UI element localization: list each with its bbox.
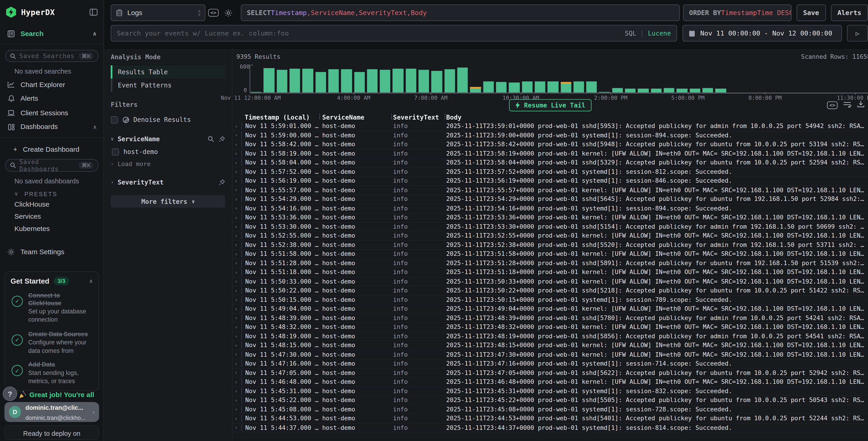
column-resize-handle[interactable]: ⋮ [389, 113, 395, 120]
filter-group-severitytext[interactable]: › SeverityText [111, 176, 225, 188]
table-row[interactable]: ›Nov 11 5:51:18.000 PMhost-demoinfo2025-… [232, 268, 868, 277]
sidebar-collapse-icon[interactable] [89, 8, 98, 17]
table-row[interactable]: ›Nov 11 5:51:28.000 PMhost-demoinfo2025-… [232, 259, 868, 268]
row-expand-icon[interactable]: › [232, 133, 241, 138]
histogram-bar[interactable] [328, 65, 339, 92]
table-row[interactable]: ›Nov 11 5:58:42.000 PMhost-demoinfo2025-… [232, 140, 868, 149]
histogram-bar[interactable] [780, 65, 790, 92]
histogram-bar[interactable] [806, 65, 816, 92]
histogram-bar[interactable] [393, 65, 403, 92]
table-code-icon[interactable]: <> [827, 99, 837, 109]
sql-option[interactable]: SQL [625, 29, 637, 37]
load-more-button[interactable]: › Load more [111, 158, 225, 170]
histogram-bar[interactable] [380, 65, 391, 92]
table-row[interactable]: ›Nov 11 5:47:30.000 PMhost-demoinfo2025-… [232, 350, 868, 359]
table-row[interactable]: ›Nov 11 5:58:04.000 PMhost-demoinfo2025-… [232, 158, 868, 168]
row-expand-icon[interactable]: › [232, 215, 241, 220]
table-row[interactable]: ›Nov 11 5:46:48.000 PMhost-demoinfo2025-… [232, 378, 868, 387]
table-row[interactable]: ›Nov 11 5:53:36.000 PMhost-demoinfo2025-… [232, 213, 868, 222]
table-row[interactable]: ›Nov 11 5:45:31.000 PMhost-demoinfo2025-… [232, 387, 868, 396]
preset-clickhouse[interactable]: ClickHouse [0, 198, 103, 210]
histogram-bar[interactable] [483, 65, 494, 92]
table-row[interactable]: ›Nov 11 5:44:37.000 PMhost-demoinfo2025-… [232, 423, 868, 433]
sidebar-item-client-sessions[interactable]: Client Sessions [0, 106, 103, 120]
table-row[interactable]: ›Nov 11 5:49:04.000 PMhost-demoinfo2025-… [232, 304, 868, 314]
mode-results-table[interactable]: Results Table [111, 65, 225, 79]
histogram-bar[interactable] [651, 65, 661, 92]
histogram-bar[interactable] [793, 65, 804, 92]
get-started-step-add-data[interactable]: ✓ Add Data Start sending logs, metrics, … [10, 361, 93, 385]
row-expand-icon[interactable]: › [232, 224, 241, 229]
table-row[interactable]: ›Nov 11 5:59:01.000 PMhost-demoinfo2025-… [232, 122, 868, 131]
table-row[interactable]: ›Nov 11 5:56:19.000 PMhost-demoinfo2025-… [232, 177, 868, 186]
sidebar-item-search[interactable]: Search ∧ [0, 27, 103, 41]
denoise-results-checkbox-row[interactable]: Denoise Results [111, 113, 225, 126]
checkbox[interactable] [112, 148, 119, 155]
histogram-bar[interactable] [715, 65, 726, 92]
histogram-bar[interactable] [677, 65, 687, 92]
histogram-bar[interactable] [689, 65, 700, 92]
row-expand-icon[interactable]: › [232, 416, 241, 421]
histogram-bar[interactable] [638, 65, 649, 92]
filter-group-servicename[interactable]: ∨ ServiceName [111, 133, 225, 145]
column-resize-handle[interactable]: ⋮ [442, 113, 448, 120]
row-expand-icon[interactable]: › [232, 251, 241, 257]
histogram-bar[interactable] [522, 65, 532, 92]
histogram-bar[interactable] [509, 65, 520, 92]
row-expand-icon[interactable]: › [232, 352, 241, 357]
table-row[interactable]: ›Nov 11 5:50:22.000 PMhost-demoinfo2025-… [232, 286, 868, 295]
download-icon[interactable] [857, 100, 865, 108]
row-expand-icon[interactable]: › [232, 370, 241, 376]
table-row[interactable]: ›Nov 11 5:51:58.000 PMhost-demoinfo2025-… [232, 249, 868, 259]
table-row[interactable]: ›Nov 11 5:59:00.000 PMhost-demoinfo2025-… [232, 131, 868, 140]
create-dashboard-button[interactable]: + Create Dashboard [0, 141, 103, 157]
save-button[interactable]: Save [797, 4, 826, 21]
histogram-bar[interactable] [341, 65, 352, 92]
table-row[interactable]: ›Nov 11 5:58:19.000 PMhost-demoinfo2025-… [232, 149, 868, 158]
histogram-bar[interactable] [844, 65, 855, 92]
histogram-bar[interactable] [574, 65, 584, 92]
row-expand-icon[interactable]: › [232, 151, 241, 156]
col-severitytext[interactable]: SeverityText [393, 113, 446, 121]
code-mode-icon[interactable]: <> [208, 9, 219, 17]
table-row[interactable]: ›Nov 11 5:48:39.000 PMhost-demoinfo2025-… [232, 314, 868, 323]
resume-live-tail-button[interactable]: Resume Live Tail [509, 99, 592, 111]
histogram-bar[interactable] [767, 65, 778, 92]
sidebar-item-alerts[interactable]: Alerts [0, 92, 103, 106]
histogram-bar[interactable] [264, 65, 274, 92]
histogram-bar[interactable] [625, 65, 636, 92]
order-by-input[interactable]: ORDER BY TimestampTime DESC [683, 4, 791, 21]
histogram-bar[interactable] [612, 65, 623, 92]
histogram-bar[interactable] [470, 65, 481, 92]
histogram-bar[interactable] [289, 65, 300, 92]
histogram-bar[interactable] [444, 65, 455, 92]
histogram-bar[interactable] [535, 65, 545, 92]
table-row[interactable]: ›Nov 11 5:50:15.000 PMhost-demoinfo2025-… [232, 295, 868, 304]
histogram-bar[interactable] [832, 65, 842, 92]
table-row[interactable]: ›Nov 11 5:47:16.000 PMhost-demoinfo2025-… [232, 359, 868, 369]
row-expand-icon[interactable]: › [232, 169, 241, 175]
histogram-bar[interactable] [857, 65, 868, 92]
table-row[interactable]: ›Nov 11 5:52:38.000 PMhost-demoinfo2025-… [232, 240, 868, 249]
row-expand-icon[interactable]: › [232, 206, 241, 211]
checkbox[interactable] [111, 116, 118, 123]
row-expand-icon[interactable]: › [232, 297, 241, 302]
select-columns-input[interactable]: SELECT Timestamp,ServiceName,SeverityTex… [241, 4, 680, 21]
pin-icon[interactable] [219, 136, 225, 142]
col-timestamp[interactable]: Timestamp (Local) [241, 113, 322, 121]
pin-icon[interactable] [219, 179, 225, 185]
histogram-bar[interactable] [251, 65, 261, 92]
row-expand-icon[interactable]: › [232, 260, 241, 266]
row-expand-icon[interactable]: › [232, 361, 241, 366]
wrap-lines-icon[interactable] [843, 100, 851, 108]
histogram-bar[interactable] [354, 65, 365, 92]
row-expand-icon[interactable]: › [232, 306, 241, 312]
filter-value-host-demo[interactable]: host-demo [111, 145, 225, 158]
histogram-bar[interactable] [277, 65, 287, 92]
histogram-bar[interactable] [599, 65, 610, 92]
table-row[interactable]: ›Nov 11 5:50:33.000 PMhost-demoinfo2025-… [232, 277, 868, 286]
row-expand-icon[interactable]: › [232, 333, 241, 339]
histogram-bar[interactable] [664, 65, 675, 92]
mode-event-patterns[interactable]: Event Patterns [111, 79, 225, 92]
histogram-bar[interactable] [728, 65, 739, 92]
